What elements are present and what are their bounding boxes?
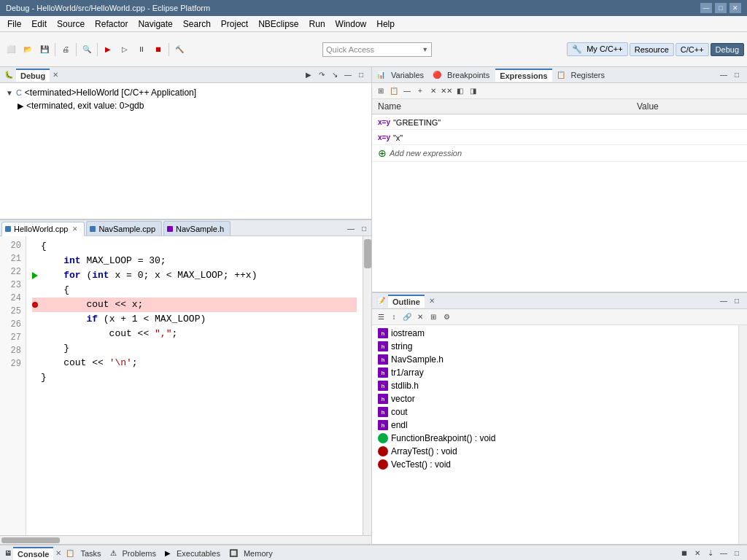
menu-nbeclipse[interactable]: NBEclipse (254, 18, 303, 31)
console-clear-button[interactable]: ✕ (692, 548, 703, 559)
menu-refactor[interactable]: Refactor (90, 18, 132, 31)
outline-scrollbar[interactable] (738, 325, 747, 544)
exp-toolbar-btn-8[interactable]: ◨ (467, 85, 479, 97)
console-terminate-button[interactable]: ⏹ (678, 548, 690, 559)
outline-item-endl[interactable]: h endl (372, 419, 738, 432)
console-scroll-button[interactable]: ⇣ (705, 548, 716, 559)
outline-item-string[interactable]: h string (372, 340, 738, 353)
editor-hscrollbar[interactable] (0, 535, 371, 544)
exp-toolbar-btn-7[interactable]: ◧ (454, 85, 465, 97)
debug-minimize-button[interactable]: — (342, 69, 354, 81)
menu-search[interactable]: Search (179, 18, 215, 31)
debug-tab[interactable]: Debug (16, 69, 50, 82)
perspective-debug-button[interactable]: Debug (711, 43, 744, 56)
editor-tab-navsamplecpp[interactable]: NavSample.cpp (86, 221, 162, 236)
outline-item-vectest[interactable]: VecTest() : void (372, 458, 738, 471)
debug-stepinto-button[interactable]: ↘ (329, 69, 341, 81)
outline-item-navsampleh[interactable]: h NavSample.h (372, 353, 738, 366)
expressions-minimize-button[interactable]: — (718, 69, 729, 81)
minimize-button[interactable]: — (700, 3, 712, 13)
toolbar-stop-button[interactable]: ⏹ (150, 42, 166, 58)
editor-scrollbar[interactable] (363, 236, 371, 535)
tab-breakpoints[interactable]: Breakpoints (443, 69, 494, 81)
editor-hscroll-thumb[interactable] (1, 537, 60, 543)
outline-toolbar-btn-6[interactable]: ⚙ (441, 311, 452, 323)
exp-toolbar-btn-3[interactable]: — (401, 85, 413, 97)
exp-toolbar-btn-2[interactable]: 📋 (388, 85, 400, 97)
expression-row-1[interactable]: x=y "x" (372, 130, 747, 145)
exp-toolbar-btn-5[interactable]: ✕ (427, 85, 439, 97)
outline-item-stdlibh[interactable]: h stdlib.h (372, 379, 738, 392)
editor-tab-navsampleh[interactable]: NavSample.h (163, 221, 231, 236)
outline-item-tr1array[interactable]: h tr1/array (372, 366, 738, 379)
add-expression-row[interactable]: ⊕ Add new expression (372, 145, 747, 162)
executables-tab[interactable]: Executables (172, 548, 225, 559)
outline-tab-close[interactable]: ✕ (429, 297, 435, 305)
outline-toolbar-btn-4[interactable]: ✕ (414, 311, 426, 323)
menu-window[interactable]: Window (331, 18, 371, 31)
outline-item-arraytest[interactable]: ArrayTest() : void (372, 445, 738, 458)
exp-toolbar-btn-1[interactable]: ⊞ (375, 85, 387, 97)
perspective-mycpp-button[interactable]: 🔧 My C/C++ (567, 42, 628, 56)
console-maximize-button[interactable]: □ (731, 548, 743, 559)
menu-help[interactable]: Help (372, 18, 399, 31)
toolbar-debug-button[interactable]: ▶ (100, 42, 116, 58)
exp-toolbar-btn-4[interactable]: + (414, 85, 426, 97)
debug-tab-close[interactable]: ✕ (53, 71, 58, 79)
perspective-cpp-button[interactable]: C/C++ (676, 43, 709, 56)
toolbar-print-button[interactable]: 🖨 (58, 42, 74, 58)
outline-toolbar-btn-5[interactable]: ⊞ (427, 311, 439, 323)
editor-tab-helloworldcpp[interactable]: HelloWorld.cpp ✕ (1, 222, 85, 236)
toolbar-save-button[interactable]: 💾 (36, 42, 53, 58)
outline-minimize-button[interactable]: — (718, 295, 729, 307)
code-area[interactable]: { int MAX_LOOP = 30; for (int x = 0; x <… (26, 236, 363, 535)
tab-expressions[interactable]: Expressions (495, 69, 551, 82)
debug-maximize-button[interactable]: □ (355, 69, 367, 81)
outline-maximize-button[interactable]: □ (731, 295, 743, 307)
toolbar-open-button[interactable]: 📂 (20, 42, 36, 58)
menu-edit[interactable]: Edit (27, 18, 51, 31)
debug-tree-item-gdb[interactable]: ▶ <terminated, exit value: 0>gdb (6, 99, 365, 112)
expression-row-0[interactable]: x=y "GREETING" (372, 114, 747, 130)
maximize-button[interactable]: □ (715, 3, 727, 13)
outline-toolbar-btn-3[interactable]: 🔗 (401, 311, 413, 323)
close-button[interactable]: ✕ (729, 3, 741, 13)
exp-toolbar-btn-6[interactable]: ✕✕ (441, 85, 452, 97)
expressions-maximize-button[interactable]: □ (731, 69, 743, 81)
menu-run[interactable]: Run (305, 18, 330, 31)
add-expression-cell[interactable]: ⊕ Add new expression (372, 145, 747, 162)
debug-tree-item-app[interactable]: ▼ C <terminated>HelloWorld [C/C++ Applic… (6, 86, 365, 99)
tasks-tab[interactable]: Tasks (76, 548, 105, 559)
perspective-resource-button[interactable]: Resource (630, 43, 674, 56)
menu-source[interactable]: Source (53, 18, 89, 31)
toolbar-search-button[interactable]: 🔍 (79, 42, 95, 58)
console-tab-close[interactable]: ✕ (55, 549, 61, 557)
outline-item-vector[interactable]: h vector (372, 392, 738, 405)
memory-tab[interactable]: Memory (239, 548, 277, 559)
toolbar-pause-button[interactable]: ⏸ (133, 42, 150, 58)
debug-stepover-button[interactable]: ↷ (316, 69, 328, 81)
outline-item-funcbp[interactable]: FunctionBreakpoint() : void (372, 432, 738, 445)
menu-project[interactable]: Project (217, 18, 252, 31)
menu-navigate[interactable]: Navigate (133, 18, 177, 31)
problems-tab[interactable]: Problems (118, 548, 160, 559)
console-minimize-button[interactable]: — (718, 548, 729, 559)
tab-variables[interactable]: Variables (387, 69, 428, 81)
menu-file[interactable]: File (3, 18, 26, 31)
toolbar-new-button[interactable]: ⬜ (3, 42, 19, 58)
outline-tab[interactable]: Outline (388, 295, 425, 308)
toolbar-resume-button[interactable]: ▷ (117, 42, 133, 58)
toolbar-build-button[interactable]: 🔨 (171, 42, 187, 58)
outline-item-iostream[interactable]: h iostream (372, 327, 738, 340)
quick-access-input[interactable]: Quick Access ▼ (322, 42, 432, 57)
console-tab[interactable]: Console (13, 547, 53, 560)
outline-item-cout[interactable]: h cout (372, 405, 738, 419)
tab-registers[interactable]: Registers (567, 69, 609, 81)
editor-tab-close-0[interactable]: ✕ (72, 225, 78, 233)
editor-maximize-button[interactable]: □ (358, 222, 370, 234)
quick-access-dropdown-icon[interactable]: ▼ (422, 46, 428, 53)
editor-minimize-button[interactable]: — (345, 222, 357, 234)
outline-toolbar-btn-1[interactable]: ☰ (375, 311, 387, 323)
outline-toolbar-btn-2[interactable]: ↕ (388, 311, 400, 323)
editor-scroll-thumb[interactable] (364, 239, 371, 268)
